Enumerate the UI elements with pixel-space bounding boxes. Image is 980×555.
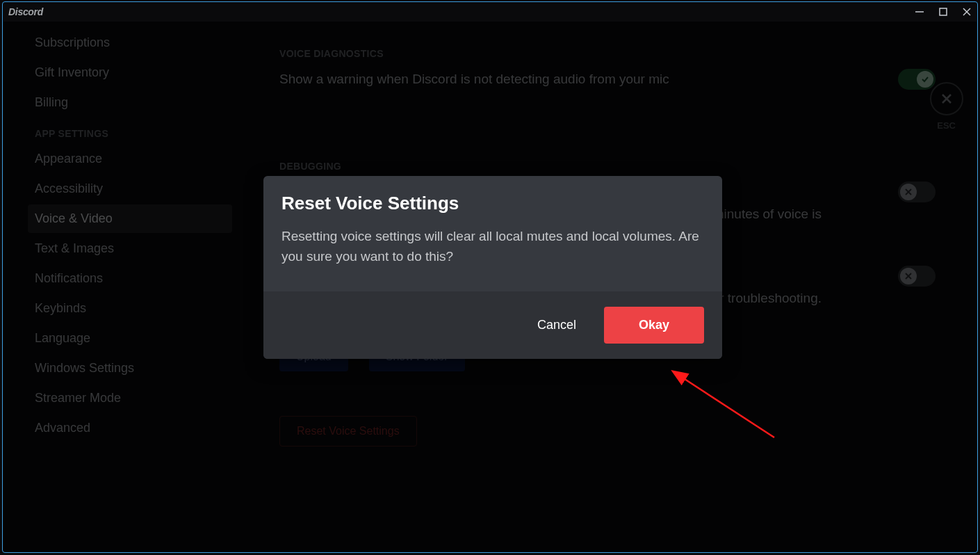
app-title: Discord bbox=[8, 6, 43, 17]
close-icon[interactable] bbox=[962, 7, 972, 17]
okay-button[interactable]: Okay bbox=[604, 307, 704, 344]
minimize-icon[interactable] bbox=[915, 7, 924, 17]
titlebar: Discord bbox=[3, 2, 977, 22]
maximize-icon[interactable] bbox=[938, 7, 948, 17]
svg-rect-1 bbox=[940, 8, 947, 15]
cancel-button[interactable]: Cancel bbox=[537, 318, 576, 332]
modal-title: Reset Voice Settings bbox=[281, 193, 704, 214]
reset-voice-modal: Reset Voice Settings Resetting voice set… bbox=[263, 176, 722, 359]
modal-body-text: Resetting voice settings will clear all … bbox=[281, 227, 704, 266]
